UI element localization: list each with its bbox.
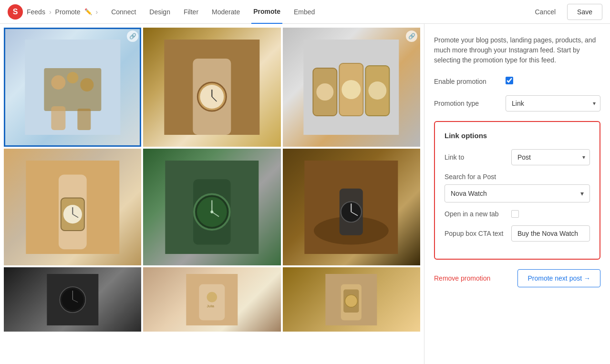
image-cell-2[interactable] xyxy=(143,28,280,147)
link-to-row: Link to Post ▾ xyxy=(445,149,590,165)
link-icon-3: 🔗 xyxy=(406,30,417,42)
nav-embed[interactable]: Embed xyxy=(292,0,317,24)
svg-point-17 xyxy=(317,83,334,101)
image-8-svg: Julia xyxy=(157,274,267,325)
svg-point-3 xyxy=(67,72,78,83)
nova-watch-value: Nova Watch xyxy=(451,190,487,197)
image-overlay-5 xyxy=(143,149,280,265)
image-overlay-4 xyxy=(4,149,141,265)
promote-next-button[interactable]: Promote next post → xyxy=(517,269,600,287)
image-4-svg xyxy=(18,161,128,254)
svg-point-2 xyxy=(51,75,65,90)
cancel-button[interactable]: Cancel xyxy=(527,4,563,20)
svg-point-47 xyxy=(207,292,217,302)
image-overlay-6 xyxy=(283,149,420,265)
enable-promotion-checkbox[interactable] xyxy=(506,77,513,84)
promotion-type-row: Promotion type Link ▾ xyxy=(434,95,600,111)
breadcrumb: Feeds › Promote ✏️ › xyxy=(27,8,98,16)
svg-point-32 xyxy=(211,210,214,213)
nav-filter[interactable]: Filter xyxy=(182,0,200,24)
svg-rect-45 xyxy=(199,284,225,320)
enable-promotion-row: Enable promotion xyxy=(434,77,600,86)
open-new-tab-value xyxy=(511,210,590,218)
breadcrumb-chevron-1: › xyxy=(49,8,52,16)
image-cell-3[interactable]: 🔗 xyxy=(283,28,420,147)
image-overlay-8: Julia xyxy=(143,267,280,332)
main-content: 🔗 xyxy=(0,24,610,364)
image-overlay-1 xyxy=(4,28,141,147)
edit-icon[interactable]: ✏️ xyxy=(84,8,92,15)
image-9-svg xyxy=(296,274,406,325)
image-cell-8[interactable]: Julia xyxy=(143,267,280,332)
open-new-tab-label: Open in a new tab xyxy=(445,210,511,218)
link-to-select[interactable]: Post xyxy=(511,149,590,165)
image-overlay-9 xyxy=(283,267,420,332)
right-panel: Promote your blog posts, landing pages, … xyxy=(424,24,610,364)
image-6-svg xyxy=(296,161,406,254)
image-cell-1[interactable]: 🔗 xyxy=(4,28,141,147)
nav-design[interactable]: Design xyxy=(147,0,172,24)
image-overlay-7 xyxy=(4,267,141,332)
nav-moderate[interactable]: Moderate xyxy=(210,0,242,24)
remove-promotion-button[interactable]: Remove promotion xyxy=(434,274,490,282)
image-7-svg xyxy=(18,274,128,325)
svg-text:Julia: Julia xyxy=(207,304,215,308)
svg-point-19 xyxy=(369,81,387,100)
image-1-svg xyxy=(18,40,128,135)
image-overlay-3 xyxy=(283,28,420,147)
cta-text-row: Popup box CTA text xyxy=(445,225,590,242)
open-new-tab-row: Open in a new tab xyxy=(445,210,590,218)
cta-text-input[interactable] xyxy=(511,225,590,242)
cta-text-value xyxy=(511,225,590,242)
topbar: S Feeds › Promote ✏️ › Connect Design Fi… xyxy=(0,0,610,24)
nova-watch-chevron-icon: ▾ xyxy=(580,190,584,197)
svg-point-4 xyxy=(80,78,93,91)
image-cell-7[interactable] xyxy=(4,267,141,332)
image-grid: 🔗 xyxy=(0,24,424,364)
image-cell-6[interactable] xyxy=(283,149,420,265)
promotion-type-select-wrapper: Link ▾ xyxy=(506,95,600,111)
link-options-box: Link options Link to Post ▾ Search for a… xyxy=(434,121,600,260)
open-new-tab-checkbox[interactable] xyxy=(511,210,519,218)
svg-point-51 xyxy=(345,294,358,307)
image-cell-4[interactable] xyxy=(4,149,141,265)
panel-actions: Remove promotion Promote next post → xyxy=(434,269,600,287)
link-options-title: Link options xyxy=(445,131,590,140)
breadcrumb-chevron-2: › xyxy=(96,8,98,16)
image-3-svg xyxy=(296,40,406,135)
nova-watch-button[interactable]: Nova Watch ▾ xyxy=(445,184,590,202)
nav-items: Connect Design Filter Moderate Promote E… xyxy=(109,0,317,24)
app-logo: S xyxy=(8,4,23,20)
link-to-label: Link to xyxy=(445,153,511,161)
search-post-label: Search for a Post xyxy=(445,173,496,181)
promotion-type-label: Promotion type xyxy=(434,100,506,107)
nova-watch-dropdown: Nova Watch ▾ xyxy=(445,184,590,202)
search-post-label-row: Search for a Post xyxy=(445,173,590,181)
image-cell-9[interactable] xyxy=(283,267,420,332)
image-2-svg xyxy=(157,40,267,135)
image-cell-5[interactable] xyxy=(143,149,280,265)
image-5-svg xyxy=(157,161,267,254)
panel-description: Promote your blog posts, landing pages, … xyxy=(434,35,600,65)
link-to-select-wrapper: Post ▾ xyxy=(511,149,590,165)
breadcrumb-feeds[interactable]: Feeds xyxy=(27,8,45,16)
svg-rect-5 xyxy=(51,106,65,130)
enable-promotion-value xyxy=(506,77,600,86)
nav-connect[interactable]: Connect xyxy=(109,0,138,24)
breadcrumb-promote: Promote xyxy=(55,8,81,16)
svg-rect-6 xyxy=(77,109,91,130)
nav-promote[interactable]: Promote xyxy=(251,0,282,24)
save-button[interactable]: Save xyxy=(567,4,602,20)
enable-promotion-label: Enable promotion xyxy=(434,78,506,85)
cta-text-label: Popup box CTA text xyxy=(445,230,511,237)
promotion-type-select[interactable]: Link xyxy=(506,95,600,111)
image-overlay-2 xyxy=(143,28,280,147)
svg-point-18 xyxy=(342,80,361,99)
